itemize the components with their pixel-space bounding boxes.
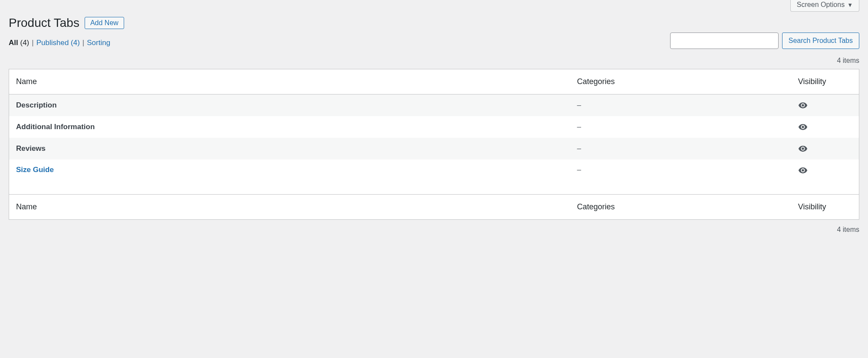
filter-sorting[interactable]: Sorting <box>87 39 110 47</box>
search-input[interactable] <box>670 33 779 49</box>
row-name: Additional Information <box>9 116 570 138</box>
items-count-top: 4 items <box>9 57 859 65</box>
product-tabs-table: Name Categories Visibility Description–A… <box>9 69 859 220</box>
row-categories: – <box>570 116 791 138</box>
column-footer-categories: Categories <box>570 194 791 219</box>
items-count-bottom: 4 items <box>9 226 859 234</box>
row-visibility <box>791 94 859 117</box>
column-header-categories: Categories <box>570 69 791 94</box>
column-footer-visibility: Visibility <box>791 194 859 219</box>
separator: | <box>82 39 84 47</box>
eye-icon <box>798 122 808 130</box>
row-name: Reviews <box>9 138 570 159</box>
filter-published[interactable]: Published (4) <box>36 39 80 47</box>
eye-icon <box>798 144 808 152</box>
table-row: Additional Information– <box>9 116 859 138</box>
column-footer-name[interactable]: Name <box>9 194 570 219</box>
screen-options-label: Screen Options <box>797 1 845 9</box>
row-name: Description <box>9 94 570 117</box>
row-categories: – <box>570 94 791 117</box>
row-categories: – <box>570 159 791 194</box>
row-visibility <box>791 159 859 194</box>
chevron-down-icon: ▼ <box>847 2 853 8</box>
filter-all-label: All <box>9 39 18 47</box>
eye-icon <box>798 166 808 174</box>
row-visibility <box>791 116 859 138</box>
row-name[interactable]: Size Guide <box>9 159 570 194</box>
row-categories: – <box>570 138 791 159</box>
filter-published-count: (4) <box>71 39 80 47</box>
column-header-name[interactable]: Name <box>9 69 570 94</box>
table-row: Reviews– <box>9 138 859 159</box>
separator: | <box>32 39 33 47</box>
screen-options-button[interactable]: Screen Options ▼ <box>790 0 859 12</box>
row-visibility <box>791 138 859 159</box>
eye-icon <box>798 101 808 109</box>
search-button[interactable]: Search Product Tabs <box>782 33 859 49</box>
table-row: Description– <box>9 94 859 117</box>
filter-all[interactable]: All (4) <box>9 39 29 47</box>
table-row: Size Guide– <box>9 159 859 194</box>
filter-published-label: Published <box>36 39 69 47</box>
column-header-visibility: Visibility <box>791 69 859 94</box>
add-new-button[interactable]: Add New <box>85 17 124 29</box>
page-title: Product Tabs <box>9 16 79 30</box>
filter-all-count: (4) <box>20 39 29 47</box>
